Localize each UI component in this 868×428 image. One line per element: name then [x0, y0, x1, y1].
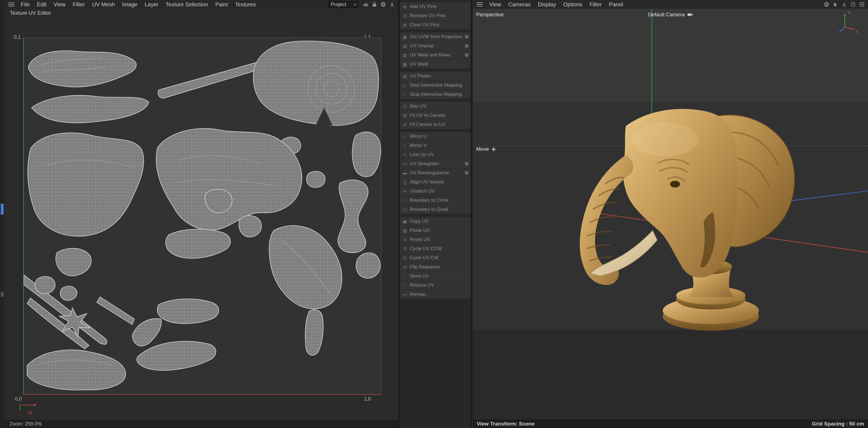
- uv-command-max-uv[interactable]: ⊡Max UV: [400, 102, 471, 111]
- uv-command-copy-uv[interactable]: ▣Copy UV: [400, 217, 471, 226]
- boundary-circle-icon: ○: [402, 198, 408, 203]
- menu-edit[interactable]: Edit: [33, 0, 50, 9]
- uv-command-group: ⊕Add UV Pins⊖Remove UV Pins⊗Clear UV Pin…: [400, 2, 471, 29]
- uv-corner-label: 0,0: [15, 396, 22, 402]
- copy-uv-icon: ▣: [402, 219, 408, 224]
- uv-command-uv-rectangularize[interactable]: ▬UV Rectangularize⚙: [400, 169, 471, 177]
- menu-filter[interactable]: Filter: [69, 0, 89, 9]
- cursor-icon[interactable]: [832, 1, 839, 8]
- globe-icon[interactable]: [823, 1, 830, 8]
- uv-command-boundary-to-circle[interactable]: ○Boundary to Circle: [400, 196, 471, 205]
- gear-icon[interactable]: ⚙: [465, 52, 469, 58]
- uv-command-store-uv[interactable]: ↓Store UV: [400, 272, 471, 280]
- pane-divider[interactable]: [471, 0, 472, 428]
- menu-view[interactable]: View: [50, 0, 69, 9]
- menu-panel[interactable]: Panel: [605, 0, 627, 9]
- uv-command-label: Mirror V: [410, 143, 469, 148]
- uv-command-uv-unwrap[interactable]: ▧UV Unwrap⚙: [400, 41, 471, 50]
- hamburger-menu-icon[interactable]: [477, 2, 483, 6]
- clock-icon[interactable]: [850, 1, 857, 8]
- download-icon[interactable]: [841, 1, 847, 8]
- remap-icon: ↦: [402, 292, 408, 297]
- download-icon[interactable]: [389, 1, 396, 8]
- project-dropdown[interactable]: Project ▾: [328, 1, 359, 8]
- uv-command-boundary-to-quad[interactable]: ▢Boundary to Quad: [400, 205, 471, 214]
- menu-options[interactable]: Options: [560, 0, 586, 9]
- uv-command-mirror-u[interactable]: ↔Mirror U: [400, 132, 471, 141]
- uv-command-label: UV Weld and Relax: [410, 52, 463, 58]
- align-islands-icon: ∥: [402, 180, 408, 185]
- menu-paint[interactable]: Paint: [212, 0, 231, 9]
- edge-marker[interactable]: [1, 292, 4, 297]
- mirror-u-icon: ↔: [402, 134, 408, 139]
- menu-view[interactable]: View: [486, 0, 505, 9]
- uv-unit-square[interactable]: [23, 38, 381, 395]
- histogram-icon[interactable]: [362, 1, 369, 8]
- hamburger-menu-icon[interactable]: [8, 2, 14, 6]
- menu-cameras[interactable]: Cameras: [505, 0, 534, 9]
- move-icon: [491, 147, 496, 152]
- uv-command-uv-straighten[interactable]: ▭UV Straighten⚙: [400, 159, 471, 168]
- uv-command-cycle-uv-cw[interactable]: ↻Cycle UV CW: [400, 253, 471, 262]
- uv-command-label: UV Weld: [410, 61, 469, 67]
- menu-texture-selection[interactable]: Texture Selection: [162, 0, 212, 9]
- uv-command-cycle-uv-ccw[interactable]: ↺Cycle UV CCW: [400, 244, 471, 253]
- gear-icon[interactable]: ⚙: [465, 34, 469, 40]
- projection-icon: ▦: [402, 34, 408, 39]
- uv-command-set-uvw-from-projection[interactable]: ▦Set UVW from Projection⚙: [400, 32, 471, 41]
- pin-remove-icon: ⊖: [402, 13, 408, 19]
- uv-command-label: UV Unwrap: [410, 43, 463, 49]
- elephant-eye: [670, 181, 680, 188]
- gear-icon[interactable]: ⚙: [465, 170, 469, 176]
- gear-icon[interactable]: ⚙: [465, 43, 469, 49]
- uv-command-uv-weld[interactable]: ▩UV Weld: [400, 60, 471, 69]
- stop-mapping-icon: □: [402, 92, 408, 97]
- menu-textures[interactable]: Textures: [231, 0, 260, 9]
- uv-command-remove-uv-pins[interactable]: ⊖Remove UV Pins: [400, 11, 471, 20]
- unwrap-icon: ▧: [402, 43, 408, 49]
- reset-uv-icon: ↺: [402, 237, 408, 242]
- menu-uv-mesh[interactable]: UV Mesh: [89, 0, 118, 9]
- view-mode-label[interactable]: Perspective: [476, 11, 503, 18]
- elephant-model[interactable]: [542, 100, 799, 335]
- uv-command-line-up-uv[interactable]: ≡Line Up UV: [400, 150, 471, 159]
- menu-file[interactable]: File: [17, 0, 33, 9]
- uv-command-remap[interactable]: ↦Remap...: [400, 290, 471, 299]
- uv-command-clear-uv-pins[interactable]: ⊗Clear UV Pins: [400, 21, 471, 29]
- uv-island-group[interactable]: [24, 41, 380, 390]
- grid-icon[interactable]: [859, 1, 865, 8]
- uv-command-uv-weld-and-relax[interactable]: ▨UV Weld and Relax⚙: [400, 51, 471, 60]
- lock-icon[interactable]: [371, 1, 378, 8]
- globe-icon[interactable]: [380, 1, 386, 8]
- fit-uv-canvas-icon: ⊞: [402, 113, 408, 118]
- uv-islands[interactable]: [24, 38, 381, 394]
- uv-command-stop-interactive-mapping[interactable]: □Stop Interactive Mapping: [400, 90, 471, 99]
- uv-command-mirror-v[interactable]: ↕Mirror V: [400, 141, 471, 150]
- uv-command-fit-uv-to-canvas[interactable]: ⊞Fit UV to Canvas: [400, 111, 471, 120]
- uv-command-uv-peeler[interactable]: ▤UV Peeler: [400, 72, 471, 81]
- uv-canvas[interactable]: 0,1 1,1 0,0 1,0: [4, 17, 398, 420]
- uv-command-reset-uv[interactable]: ↺Reset UV: [400, 235, 471, 244]
- uv-command-unstitch-uv[interactable]: ✂Unstitch UV: [400, 187, 471, 195]
- uv-command-add-uv-pins[interactable]: ⊕Add UV Pins: [400, 2, 471, 11]
- menu-image[interactable]: Image: [118, 0, 141, 9]
- menu-display[interactable]: Display: [534, 0, 560, 9]
- uv-command-restore-uv[interactable]: ↑Restore UV: [400, 281, 471, 290]
- viewport-3d-area[interactable]: Perspective Default Camera Y X Move: [473, 9, 868, 420]
- gear-icon[interactable]: ⚙: [465, 161, 469, 167]
- uv-command-flip-sequence[interactable]: ⇄Flip Sequence: [400, 263, 471, 271]
- edge-selection-marker[interactable]: [1, 204, 4, 215]
- uv-command-align-uv-islands[interactable]: ∥Align UV Islands: [400, 178, 471, 186]
- uv-command-label: Stop Interactive Mapping: [410, 92, 469, 97]
- orientation-gizmo[interactable]: Y X: [832, 10, 858, 39]
- uv-command-start-interactive-mapping[interactable]: ▷Start Interactive Mapping: [400, 81, 471, 90]
- camera-label[interactable]: Default Camera: [648, 11, 693, 18]
- menu-layer[interactable]: Layer: [141, 0, 162, 9]
- zoom-level: Zoom: 259.0%: [9, 421, 42, 427]
- menu-filter[interactable]: Filter: [586, 0, 605, 9]
- uv-command-paste-uv[interactable]: ▤Paste UV: [400, 226, 471, 235]
- uv-command-fit-canvas-to-uv[interactable]: ⊟Fit Canvas to UV: [400, 120, 471, 129]
- uv-command-label: Cycle UV CW: [410, 255, 469, 261]
- start-mapping-icon: ▷: [402, 83, 408, 88]
- cycle-ccw-icon: ↺: [402, 246, 408, 251]
